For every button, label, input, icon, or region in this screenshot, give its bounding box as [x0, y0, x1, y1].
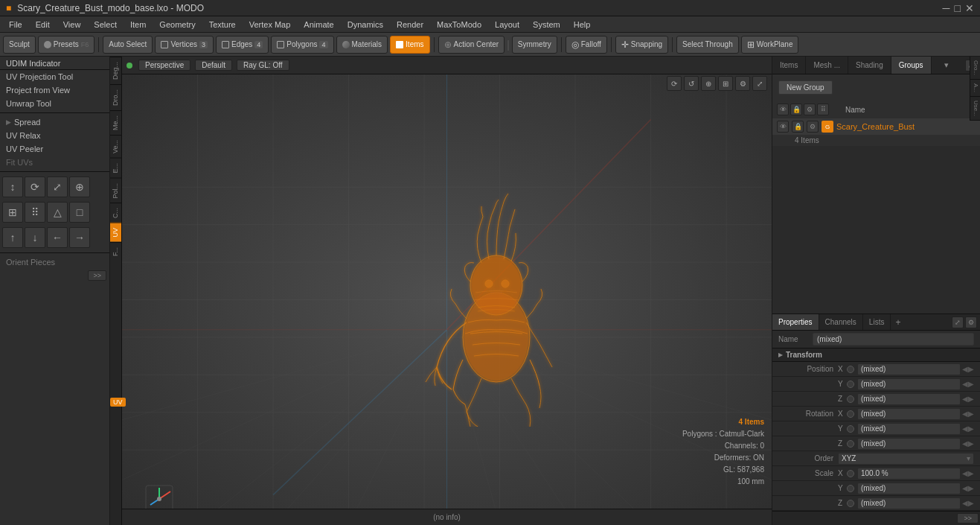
menu-texture[interactable]: Texture: [203, 19, 242, 31]
props-scale-x-arrow[interactable]: ◀▶: [962, 469, 974, 477]
group-settings-icon[interactable]: ⚙: [804, 104, 816, 115]
right-side-tab-a[interactable]: A...: [970, 80, 980, 97]
titlebar-controls[interactable]: ─ □ ✕: [943, 2, 974, 14]
tool-icon-rotate[interactable]: ⟳: [25, 176, 45, 197]
group-eye-icon[interactable]: 👁: [777, 104, 789, 115]
presets-button[interactable]: Presets F6: [38, 36, 95, 54]
props-rot-x-input[interactable]: [857, 408, 961, 420]
props-expand-icon[interactable]: ⤢: [952, 316, 964, 328]
menu-geometry[interactable]: Geometry: [153, 19, 201, 31]
side-tab-c[interactable]: C...: [110, 203, 121, 223]
menu-help[interactable]: Help: [568, 19, 597, 31]
props-pos-x-arrow[interactable]: ◀▶: [962, 365, 974, 373]
action-center-button[interactable]: ⊕ Action Center: [438, 36, 505, 54]
vp-rotate-btn[interactable]: ⟳: [667, 76, 682, 91]
props-transform-header[interactable]: ▶ Transform: [772, 349, 980, 362]
props-scale-y-arrow[interactable]: ◀▶: [962, 484, 974, 492]
rp-tab-dropdown[interactable]: ▾: [940, 57, 953, 74]
side-tab-uv[interactable]: UV: [110, 223, 121, 242]
props-tab-lists[interactable]: Lists: [863, 314, 891, 330]
props-pos-z-input[interactable]: [857, 393, 961, 405]
props-rot-z-arrow[interactable]: ◀▶: [962, 439, 974, 448]
vp-expand-btn[interactable]: ⤢: [752, 76, 767, 91]
menu-dynamics[interactable]: Dynamics: [342, 19, 389, 31]
menu-select[interactable]: Select: [88, 19, 123, 31]
tool-icon-right[interactable]: →: [69, 227, 90, 248]
props-rot-x-arrow[interactable]: ◀▶: [962, 410, 974, 418]
menu-animate[interactable]: Animate: [298, 19, 339, 31]
polygons-button[interactable]: Polygons 4: [271, 36, 333, 54]
side-tab-me[interactable]: Me...: [110, 110, 121, 135]
props-pos-y-arrow[interactable]: ◀▶: [962, 380, 974, 388]
props-scale-z-arrow[interactable]: ◀▶: [962, 499, 974, 507]
props-pos-x-input[interactable]: [857, 363, 961, 375]
tool-icon-transform[interactable]: ⊕: [69, 176, 90, 197]
side-tab-e[interactable]: E...: [110, 158, 121, 178]
tool-icon-grid[interactable]: ⊞: [2, 202, 23, 223]
uv-peeler-item[interactable]: UV Peeler: [0, 142, 109, 156]
side-tab-pol[interactable]: Pol...: [110, 178, 121, 203]
left-expand-btn[interactable]: >>: [88, 270, 106, 281]
props-scale-x-input[interactable]: [857, 468, 961, 480]
maximize-button[interactable]: □: [955, 2, 961, 14]
side-tab-deg[interactable]: Deg...: [110, 57, 121, 84]
menu-edit[interactable]: Edit: [30, 19, 56, 31]
menu-render[interactable]: Render: [391, 19, 429, 31]
tool-icon-move[interactable]: ↕: [2, 176, 23, 197]
group-dots-icon[interactable]: ⠿: [817, 104, 829, 115]
props-rot-y-input[interactable]: [857, 423, 961, 435]
materials-button[interactable]: Materials: [336, 36, 388, 54]
props-scale-z-input[interactable]: [857, 497, 961, 509]
tool-icon-left[interactable]: ←: [47, 227, 68, 248]
props-rot-y-arrow[interactable]: ◀▶: [962, 424, 974, 433]
tool-icon-scale[interactable]: ⤢: [47, 176, 68, 197]
edges-button[interactable]: Edges 4: [216, 36, 269, 54]
props-settings-icon[interactable]: ⚙: [965, 316, 977, 328]
vp-fit-btn[interactable]: ⊞: [718, 76, 733, 91]
unwrap-tool[interactable]: Unwrap Tool: [0, 97, 109, 110]
menu-system[interactable]: System: [527, 19, 566, 31]
spread-item[interactable]: ▶ Spread: [0, 115, 109, 129]
rp-tab-groups[interactable]: Groups: [891, 57, 932, 74]
symmetry-button[interactable]: Symmetry: [512, 36, 557, 54]
project-from-view[interactable]: Project from View: [0, 83, 109, 97]
minimize-button[interactable]: ─: [943, 2, 950, 14]
props-pos-y-input[interactable]: [857, 378, 961, 390]
side-tab-dro[interactable]: Dro...: [110, 84, 121, 110]
vp-settings-btn[interactable]: ⚙: [735, 76, 750, 91]
uv-projection-tool[interactable]: UV Projection Tool: [0, 70, 109, 83]
group-item-eye[interactable]: 👁: [777, 121, 789, 133]
tool-icon-down[interactable]: ↓: [25, 227, 45, 248]
auto-select-button[interactable]: Auto Select: [103, 36, 153, 54]
props-scale-y-input[interactable]: [857, 483, 961, 494]
menu-layout[interactable]: Layout: [489, 19, 525, 31]
tool-icon-dots[interactable]: ⠿: [25, 202, 45, 223]
default-btn[interactable]: Default: [195, 60, 232, 71]
falloff-button[interactable]: ◎ Falloff: [566, 36, 607, 54]
menu-item[interactable]: Item: [124, 19, 152, 31]
uv-relax-item[interactable]: UV Relax: [0, 129, 109, 142]
vp-reset-btn[interactable]: ↺: [684, 76, 699, 91]
tool-icon-box[interactable]: □: [69, 202, 90, 223]
props-order-select[interactable]: XYZ ▾: [838, 453, 974, 465]
vp-zoom-btn[interactable]: ⊕: [701, 76, 716, 91]
rp-tab-items[interactable]: Items: [772, 57, 806, 74]
menu-maxtomodo[interactable]: MaxToModo: [431, 19, 487, 31]
props-expand-btn[interactable]: >>: [957, 513, 979, 524]
props-pos-z-arrow[interactable]: ◀▶: [962, 395, 974, 403]
side-tab-f[interactable]: F...: [110, 242, 121, 261]
props-tab-properties[interactable]: Properties: [772, 314, 819, 330]
orient-pieces-item[interactable]: Orient Pieces: [0, 255, 109, 269]
close-button[interactable]: ✕: [965, 2, 974, 14]
perspective-btn[interactable]: Perspective: [138, 60, 190, 71]
group-lock-icon[interactable]: 🔒: [790, 104, 802, 115]
group-item-settings[interactable]: ⚙: [807, 121, 819, 133]
fit-uvs-item[interactable]: Fit UVs: [0, 156, 109, 169]
vertices-button[interactable]: Vertices 3: [155, 36, 214, 54]
props-tab-add[interactable]: +: [891, 314, 905, 330]
workplane-button[interactable]: ⊞ WorkPlane: [741, 36, 799, 54]
viewport[interactable]: 4 Items Polygons : Catmull-Clark Channel…: [122, 74, 772, 525]
snapping-button[interactable]: ✛ Snapping: [615, 36, 668, 54]
select-through-button[interactable]: Select Through: [676, 36, 739, 54]
side-tab-ve[interactable]: Ve...: [110, 135, 121, 158]
